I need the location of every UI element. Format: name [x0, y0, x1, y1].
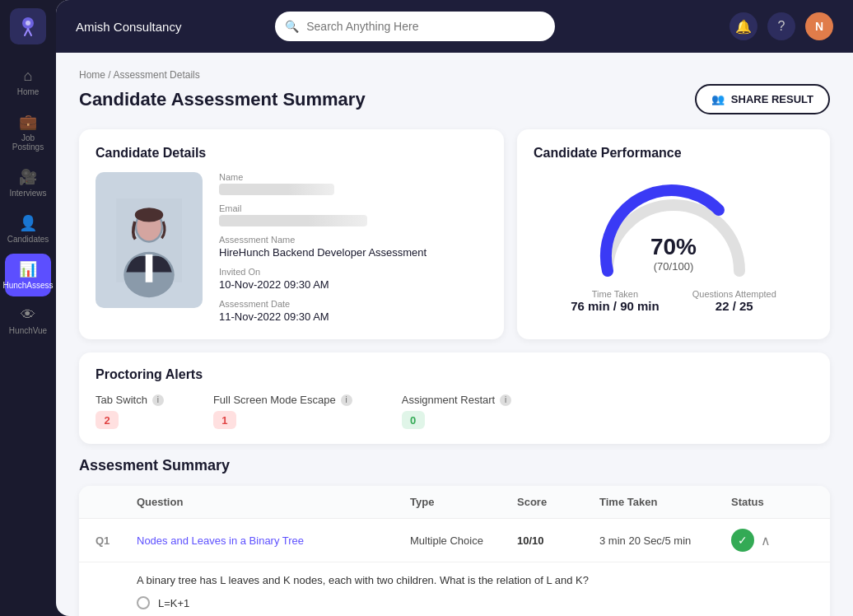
home-icon: ⌂	[24, 68, 33, 85]
q1-text: A binary tree has L leaves and K nodes, …	[137, 574, 813, 586]
sidebar-label-hunchvue: HunchVue	[9, 326, 47, 335]
proctoring-card: Proctoring Alerts Tab Switch i 2 Full Sc…	[79, 352, 830, 444]
summary-title: Assesment Summary	[79, 457, 830, 474]
fullscreen-info-icon[interactable]: i	[341, 394, 352, 406]
col-status: Status	[731, 496, 813, 508]
questions-attempted-label: Questions Attempted	[692, 289, 776, 299]
col-time: Time Taken	[599, 496, 731, 508]
assessment-name-value: HireHunch Backend Developer Assessment	[219, 246, 487, 259]
col-type: Type	[410, 496, 517, 508]
gauge-svg-wrap: 70% (70/100)	[591, 180, 756, 279]
app-logo	[10, 8, 46, 44]
name-field: Name	[219, 172, 487, 195]
assignment-restart-info-icon[interactable]: i	[500, 394, 511, 406]
q1-detail: A binary tree has L leaves and K nodes, …	[79, 562, 830, 616]
time-taken-stat: Time Taken 76 min / 90 min	[571, 289, 660, 313]
q1-type: Multiple Choice	[410, 534, 517, 547]
fullscreen-badge: 1	[213, 411, 236, 429]
proctoring-alerts-row: Tab Switch i 2 Full Screen Mode Escape i…	[96, 394, 813, 429]
user-avatar[interactable]: N	[805, 12, 833, 40]
candidate-info-row: Name Email Assessment Name HireHunch Bac…	[96, 172, 487, 323]
assessment-name-field: Assessment Name HireHunch Backend Develo…	[219, 235, 487, 259]
briefcase-icon: 💼	[19, 113, 37, 131]
table-row: Q1 Nodes and Leaves in a Binary Tree Mul…	[79, 519, 830, 562]
invited-on-value: 10-Nov-2022 09:30 AM	[219, 278, 487, 291]
assignment-restart-label-row: Assignment Restart i	[402, 394, 511, 406]
questions-attempted-value: 22 / 25	[692, 299, 776, 313]
main-area: Amish Consultancy 🔍 🔔 ? N Home / Assessm…	[56, 0, 853, 616]
gauge-container: 70% (70/100) Time Taken 76 min / 90 min …	[534, 172, 813, 313]
correct-icon: ✓	[731, 529, 754, 552]
help-button[interactable]: ?	[767, 12, 795, 40]
fullscreen-alert: Full Screen Mode Escape i 1	[213, 394, 352, 429]
table-header: Question Type Score Time Taken Status	[79, 486, 830, 519]
assessment-summary-section: Assesment Summary Question Type Score Ti…	[79, 457, 830, 616]
candidate-fields: Name Email Assessment Name HireHunch Bac…	[219, 172, 487, 323]
sidebar-item-candidates[interactable]: 👤 Candidates	[5, 208, 51, 250]
share-result-button[interactable]: 👥 SHARE RESULT	[695, 84, 830, 114]
sidebar-item-interviews[interactable]: 🎥 Interviews	[5, 161, 51, 204]
bell-icon: 🔔	[735, 19, 752, 35]
svg-rect-7	[146, 254, 153, 282]
topbar: Amish Consultancy 🔍 🔔 ? N	[56, 0, 853, 53]
candidate-details-title: Candidate Details	[96, 146, 487, 161]
candidates-icon: 👤	[19, 214, 37, 232]
q1-time: 3 min 20 Sec/5 min	[599, 534, 731, 547]
col-q-num	[96, 496, 137, 508]
sidebar: ⌂ Home 💼 Job Postings 🎥 Interviews 👤 Can…	[0, 0, 56, 616]
col-question: Question	[137, 496, 410, 508]
sidebar-item-hunchvue[interactable]: 👁 HunchVue	[5, 300, 51, 342]
q1-title[interactable]: Nodes and Leaves in a Binary Tree	[137, 534, 410, 547]
q1-score: 10/10	[517, 534, 599, 547]
q1-status: ✓ ∧	[731, 529, 813, 552]
search-bar: 🔍	[275, 12, 555, 41]
cards-row: Candidate Details	[79, 129, 830, 339]
email-value	[219, 215, 367, 226]
email-label: Email	[219, 203, 487, 213]
tab-switch-info-icon[interactable]: i	[152, 394, 164, 406]
svg-point-6	[135, 208, 163, 222]
help-icon: ?	[778, 19, 785, 34]
name-value	[219, 184, 334, 195]
time-taken-value: 76 min / 90 min	[571, 299, 660, 313]
q1-number: Q1	[96, 534, 137, 547]
tab-switch-alert: Tab Switch i 2	[96, 394, 164, 429]
hunchvue-icon: 👁	[21, 306, 35, 324]
breadcrumb-home[interactable]: Home	[79, 69, 105, 81]
share-icon: 👥	[711, 93, 725, 105]
assessment-date-label: Assessment Date	[219, 299, 487, 309]
breadcrumb: Home / Assessment Details	[79, 69, 830, 81]
fullscreen-label-row: Full Screen Mode Escape i	[213, 394, 352, 406]
q1-expand-button[interactable]: ∧	[761, 533, 771, 548]
sidebar-item-hunchassess[interactable]: 📊 HunchAssess	[5, 254, 51, 296]
notifications-button[interactable]: 🔔	[729, 12, 757, 40]
svg-point-1	[26, 21, 30, 26]
summary-table: Question Type Score Time Taken Status Q1…	[79, 486, 830, 616]
page-title-row: Candidate Assessment Summary 👥 SHARE RES…	[79, 84, 830, 114]
interviews-icon: 🎥	[19, 168, 37, 186]
gauge-label: 70% (70/100)	[650, 234, 697, 273]
sidebar-item-job-postings[interactable]: 💼 Job Postings	[5, 106, 51, 158]
invited-on-field: Invited On 10-Nov-2022 09:30 AM	[219, 267, 487, 291]
assessment-date-field: Assessment Date 11-Nov-2022 09:30 AM	[219, 299, 487, 323]
tab-switch-badge: 2	[96, 411, 119, 429]
questions-attempted-stat: Questions Attempted 22 / 25	[692, 289, 776, 313]
search-input[interactable]	[275, 12, 555, 41]
topbar-actions: 🔔 ? N	[729, 12, 833, 40]
share-button-label: SHARE RESULT	[731, 93, 813, 105]
sidebar-label-interviews: Interviews	[10, 189, 47, 198]
tab-switch-label: Tab Switch	[96, 394, 147, 406]
assessment-date-value: 11-Nov-2022 09:30 AM	[219, 310, 487, 323]
radio-1	[137, 596, 150, 609]
col-score: Score	[517, 496, 599, 508]
performance-card: Candidate Performance 70% (70/100)	[517, 129, 830, 339]
hunchassess-icon: 📊	[19, 260, 37, 278]
sidebar-label-candidates: Candidates	[7, 235, 49, 244]
sidebar-item-home[interactable]: ⌂ Home	[5, 61, 51, 103]
breadcrumb-current: Assessment Details	[113, 69, 199, 81]
q1-option-1-label: L=K+1	[158, 597, 189, 609]
candidate-photo	[96, 172, 203, 308]
email-field: Email	[219, 203, 487, 226]
search-icon: 🔍	[285, 20, 299, 33]
candidate-details-card: Candidate Details	[79, 129, 504, 339]
